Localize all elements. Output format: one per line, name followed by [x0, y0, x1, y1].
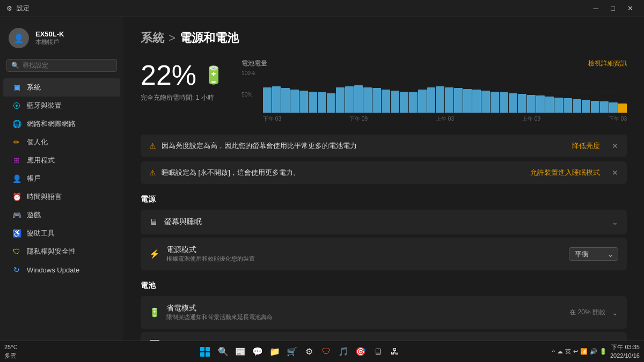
- maximize-button[interactable]: □: [605, 3, 620, 14]
- taskbar-center: 🔍 📰 💬 📁 🛒 ⚙ 🛡 🎵 🎯 🖥 🖧: [47, 343, 552, 360]
- nav-label-windowsupdate: Windows Update: [27, 266, 79, 274]
- chart-bar: [400, 92, 408, 113]
- chart-bar: [391, 91, 399, 113]
- chart-bar: [354, 85, 363, 113]
- search-input[interactable]: [23, 62, 112, 69]
- screen-sleep-accordion: 🖥 螢幕與睡眠 ⌄: [141, 210, 627, 234]
- sidebar-item-network[interactable]: 🌐 網路和網際網路: [3, 115, 120, 133]
- battery-saver-accordion: 🔋 省電模式 限制某些通知和背景活動來延長電池壽命 在 20% 開啟 ⌄: [141, 296, 627, 329]
- titlebar-controls: ─ □ ✕: [588, 3, 638, 14]
- time-date-block[interactable]: 下午 03:35 2022/10/16: [610, 343, 640, 360]
- sidebar-item-accounts[interactable]: 👤 帳戶: [3, 169, 120, 188]
- settings-taskbar-button[interactable]: ⚙: [302, 344, 317, 359]
- wifi-icon[interactable]: 📶: [580, 348, 588, 355]
- warning-close-0[interactable]: ✕: [612, 142, 618, 150]
- chart-bar: [327, 93, 335, 113]
- warning-action-1[interactable]: 允許裝置進入睡眠模式: [530, 168, 600, 178]
- sidebar: 👤 EX50L-K 本機帳戶 🔍 ▣ 系統 ⦿ 藍牙與裝置 🌐 網路和網際網路 …: [0, 17, 123, 362]
- game-button[interactable]: 🎯: [353, 344, 368, 359]
- search-taskbar-button[interactable]: 🔍: [216, 344, 231, 359]
- start-button[interactable]: [196, 343, 214, 360]
- chart-bar: [481, 91, 490, 113]
- screen-sleep-header[interactable]: 🖥 螢幕與睡眠 ⌄: [141, 210, 627, 234]
- sidebar-item-personalize[interactable]: ✏ 個人化: [3, 133, 120, 151]
- chart-bar: [545, 97, 554, 113]
- chart-bar: [372, 88, 381, 113]
- power-mode-header[interactable]: ⚡ 電源模式 根據電源使用和效能優化您的裝置 平衡 最佳省電 最佳效能: [141, 238, 627, 270]
- battery-section: 22% 🔋 完全充飽所需時間: 1 小時 電池電量 檢視詳細資訊 100% 50…: [141, 59, 627, 124]
- tray-expand-icon[interactable]: ^: [552, 349, 555, 355]
- chart-bar: [536, 95, 545, 113]
- chart-bar: [272, 86, 281, 113]
- chart-bar: [409, 92, 418, 113]
- battery-taskbar-icon[interactable]: 🔋: [599, 348, 607, 355]
- warning-action-0[interactable]: 降低亮度: [572, 141, 600, 151]
- battery-saver-status: 在 20% 開啟: [569, 308, 605, 317]
- chart-bar: [573, 99, 581, 113]
- warning-dot-0: ⚠: [149, 142, 156, 150]
- cloud-icon[interactable]: ☁: [557, 348, 563, 355]
- chart-bar: [609, 102, 618, 113]
- chart-bar: [382, 90, 390, 113]
- ime-indicator[interactable]: 英: [565, 348, 571, 356]
- chat-button[interactable]: 💬: [250, 344, 265, 359]
- chart-bar: [472, 90, 481, 113]
- widgets-button[interactable]: 📰: [233, 344, 248, 359]
- power-mode-select[interactable]: 平衡 最佳省電 最佳效能: [569, 247, 618, 261]
- chart-bar: [591, 101, 599, 113]
- sidebar-item-windowsupdate[interactable]: ↻ Windows Update: [3, 261, 120, 279]
- power-mode-accordion: ⚡ 電源模式 根據電源使用和效能優化您的裝置 平衡 最佳省電 最佳效能: [141, 238, 627, 270]
- chart-bar: [427, 87, 436, 113]
- minimize-button[interactable]: ─: [588, 3, 603, 14]
- battery-saver-header[interactable]: 🔋 省電模式 限制某些通知和背景活動來延長電池壽命 在 20% 開啟 ⌄: [141, 296, 627, 329]
- sidebar-item-privacy[interactable]: 🛡 隱私權與安全性: [3, 242, 120, 261]
- power-mode-icon: ⚡: [149, 249, 160, 259]
- chart-bar: [418, 90, 427, 113]
- volume-icon[interactable]: 🔊: [590, 348, 597, 355]
- warning-close-1[interactable]: ✕: [612, 168, 618, 177]
- remote-button[interactable]: 🖧: [387, 344, 402, 359]
- user-profile: 👤 EX50L-K 本機帳戶: [0, 24, 123, 57]
- sidebar-item-bluetooth[interactable]: ⦿ 藍牙與裝置: [3, 97, 120, 115]
- chart-bar: [554, 98, 563, 113]
- taskbar: 25°C 多雲 🔍 📰 💬 📁 🛒 ⚙ 🛡 🎵 🎯 🖥 🖧 ^ ☁ 英: [0, 341, 644, 362]
- warning-text-1: 睡眠設定為 [永不開啟]，這會使用更多電力。: [162, 168, 525, 178]
- antivirus-button[interactable]: 🛡: [319, 344, 334, 359]
- user-name: EX50L-K: [35, 30, 64, 38]
- search-box[interactable]: 🔍: [6, 59, 117, 72]
- chart-detail-link[interactable]: 檢視詳細資訊: [588, 59, 627, 68]
- undo-icon[interactable]: ↩: [573, 348, 578, 355]
- sidebar-item-gaming[interactable]: 🎮 遊戲: [3, 206, 120, 224]
- chart-bar: [290, 90, 299, 113]
- titlebar: ⚙ 設定 ─ □ ✕: [0, 0, 644, 17]
- chart-bar: [518, 94, 526, 113]
- sidebar-item-accessibility[interactable]: ♿ 協助工具: [3, 224, 120, 242]
- sidebar-item-system[interactable]: ▣ 系統: [3, 78, 120, 97]
- nav-icon-system: ▣: [12, 83, 21, 92]
- sidebar-item-time[interactable]: ⏰ 時間與語言: [3, 188, 120, 206]
- power-section-header: 電源: [141, 195, 627, 204]
- avatar: 👤: [9, 28, 29, 48]
- battery-saver-icon: 🔋: [149, 307, 160, 317]
- system-taskbar-button[interactable]: 🖥: [370, 344, 385, 359]
- titlebar-title: ⚙ 設定: [6, 4, 30, 13]
- warning-text-0: 因為亮度設定為高，因此您的螢幕會使用比平常更多的電池電力: [162, 141, 567, 151]
- battery-left: 22% 🔋 完全充飽所需時間: 1 小時: [141, 59, 224, 124]
- chart-bar: [309, 92, 317, 113]
- nav-icon-apps: ⊞: [12, 156, 21, 165]
- chart-bar: [363, 87, 372, 113]
- explorer-button[interactable]: 📁: [267, 344, 282, 359]
- media-button[interactable]: 🎵: [336, 344, 351, 359]
- weather-temp: 25°C: [4, 343, 18, 351]
- screen-sleep-title: 螢幕與睡眠: [164, 217, 605, 227]
- system-tray: ^ ☁ 英 ↩ 📶 🔊 🔋: [552, 348, 607, 356]
- store-button[interactable]: 🛒: [284, 344, 299, 359]
- power-mode-select-wrapper: 平衡 最佳省電 最佳效能: [569, 247, 618, 261]
- breadcrumb: 系統 > 電源和電池: [141, 30, 627, 46]
- close-button[interactable]: ✕: [623, 3, 638, 14]
- chart-bar: [500, 92, 508, 113]
- chart-bar: [564, 98, 572, 113]
- nav-icon-personalize: ✏: [12, 137, 21, 147]
- breadcrumb-parent[interactable]: 系統: [141, 30, 164, 46]
- sidebar-item-apps[interactable]: ⊞ 應用程式: [3, 151, 120, 169]
